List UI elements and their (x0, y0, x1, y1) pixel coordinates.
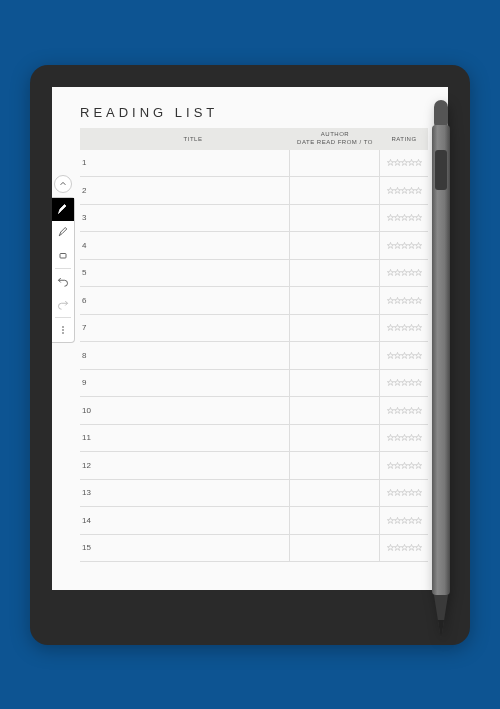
title-cell[interactable] (96, 260, 290, 287)
row-number: 4 (80, 241, 96, 250)
rating-cell[interactable] (380, 269, 428, 276)
table-row[interactable]: 15 (80, 535, 428, 563)
table-row[interactable]: 9 (80, 370, 428, 398)
header-rating: RATING (380, 136, 428, 142)
author-cell[interactable] (290, 342, 380, 369)
rating-cell[interactable] (380, 324, 428, 331)
undo-button[interactable] (52, 270, 74, 293)
title-cell[interactable] (96, 480, 290, 507)
author-cell[interactable] (290, 287, 380, 314)
author-cell[interactable] (290, 452, 380, 479)
row-number: 15 (80, 543, 96, 552)
title-cell[interactable] (96, 315, 290, 342)
annotation-toolbar (52, 197, 75, 343)
row-number: 7 (80, 323, 96, 332)
row-number: 13 (80, 488, 96, 497)
page-title: READING LIST (80, 105, 428, 120)
table-row[interactable]: 13 (80, 480, 428, 508)
author-cell[interactable] (290, 315, 380, 342)
row-number: 8 (80, 351, 96, 360)
header-author: AUTHOR DATE READ FROM / TO (290, 131, 380, 147)
table-row[interactable]: 3 (80, 205, 428, 233)
author-cell[interactable] (290, 397, 380, 424)
table-row[interactable]: 14 (80, 507, 428, 535)
row-number: 10 (80, 406, 96, 415)
author-cell[interactable] (290, 535, 380, 562)
row-number: 6 (80, 296, 96, 305)
row-number: 2 (80, 186, 96, 195)
title-cell[interactable] (96, 150, 290, 177)
author-cell[interactable] (290, 177, 380, 204)
device-screen: READING LIST TITLE AUTHOR DATE READ FROM… (52, 87, 448, 590)
rating-cell[interactable] (380, 242, 428, 249)
ereader-device: READING LIST TITLE AUTHOR DATE READ FROM… (30, 65, 470, 645)
author-cell[interactable] (290, 480, 380, 507)
title-cell[interactable] (96, 205, 290, 232)
table-row[interactable]: 7 (80, 315, 428, 343)
rating-cell[interactable] (380, 187, 428, 194)
row-number: 3 (80, 213, 96, 222)
title-cell[interactable] (96, 370, 290, 397)
title-cell[interactable] (96, 397, 290, 424)
row-number: 1 (80, 158, 96, 167)
title-cell[interactable] (96, 287, 290, 314)
table-row[interactable]: 6 (80, 287, 428, 315)
rating-cell[interactable] (380, 544, 428, 551)
row-number: 14 (80, 516, 96, 525)
title-cell[interactable] (96, 425, 290, 452)
table-row[interactable]: 10 (80, 397, 428, 425)
rating-cell[interactable] (380, 434, 428, 441)
title-cell[interactable] (96, 342, 290, 369)
title-cell[interactable] (96, 232, 290, 259)
table-row[interactable]: 2 (80, 177, 428, 205)
rating-cell[interactable] (380, 379, 428, 386)
table-header-row: TITLE AUTHOR DATE READ FROM / TO RATING (80, 128, 428, 150)
highlighter-tool[interactable] (52, 221, 74, 244)
rating-cell[interactable] (380, 297, 428, 304)
toolbar-collapse-button[interactable] (54, 175, 72, 193)
table-row[interactable]: 5 (80, 260, 428, 288)
author-cell[interactable] (290, 232, 380, 259)
author-cell[interactable] (290, 507, 380, 534)
header-title: TITLE (96, 136, 290, 142)
author-cell[interactable] (290, 425, 380, 452)
title-cell[interactable] (96, 535, 290, 562)
pen-tool[interactable] (52, 198, 74, 221)
rating-cell[interactable] (380, 407, 428, 414)
row-number: 5 (80, 268, 96, 277)
row-number: 9 (80, 378, 96, 387)
rating-cell[interactable] (380, 159, 428, 166)
page-content: READING LIST TITLE AUTHOR DATE READ FROM… (52, 87, 448, 573)
row-number: 12 (80, 461, 96, 470)
more-menu[interactable] (52, 319, 74, 342)
author-cell[interactable] (290, 205, 380, 232)
redo-button[interactable] (52, 293, 74, 316)
table-body: 123456789101112131415 (80, 150, 428, 563)
rating-cell[interactable] (380, 214, 428, 221)
row-number: 11 (80, 433, 96, 442)
table-row[interactable]: 12 (80, 452, 428, 480)
title-cell[interactable] (96, 452, 290, 479)
eraser-tool[interactable] (52, 244, 74, 267)
table-row[interactable]: 1 (80, 150, 428, 178)
svg-point-2 (62, 329, 64, 331)
rating-cell[interactable] (380, 489, 428, 496)
svg-point-3 (62, 332, 64, 334)
rating-cell[interactable] (380, 462, 428, 469)
rating-cell[interactable] (380, 517, 428, 524)
author-cell[interactable] (290, 150, 380, 177)
table-row[interactable]: 11 (80, 425, 428, 453)
table-row[interactable]: 4 (80, 232, 428, 260)
svg-point-1 (62, 326, 64, 328)
title-cell[interactable] (96, 177, 290, 204)
author-cell[interactable] (290, 370, 380, 397)
rating-cell[interactable] (380, 352, 428, 359)
author-cell[interactable] (290, 260, 380, 287)
table-row[interactable]: 8 (80, 342, 428, 370)
svg-rect-0 (60, 254, 66, 259)
title-cell[interactable] (96, 507, 290, 534)
